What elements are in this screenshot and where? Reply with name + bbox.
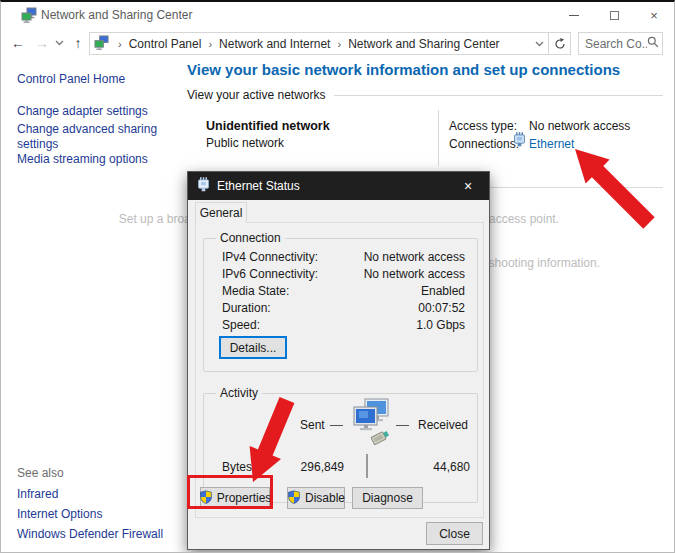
properties-highlight-rectangle [187,475,273,509]
ipv4-row: IPv4 Connectivity: No network access [222,250,465,264]
dialog-close-footer-button[interactable]: Close [426,522,483,545]
network-breadcrumb-icon [94,35,109,53]
connections-label: Connections: [449,137,519,151]
connection-group-label: Connection [216,231,285,245]
history-chevron-icon[interactable] [51,31,67,55]
navigation-toolbar: ← → ↑ › Control Panel › Network and Inte… [1,28,674,58]
diagnose-button-label: Diagnose [362,491,413,505]
dialog-titlebar: Ethernet Status × [188,172,489,200]
see-also-header: See also [17,466,64,480]
sent-label: Sent [300,418,325,432]
breadcrumb-control-panel[interactable]: Control Panel [127,37,204,51]
speed-value: 1.0 Gbps [416,318,465,332]
column-divider [438,110,439,166]
network-name: Unidentified network [206,119,330,133]
ipv6-value: No network access [364,267,465,281]
active-networks-section-header: View your active networks [187,88,663,102]
breadcrumb-network-and-internet[interactable]: Network and Internet [217,37,332,51]
tab-general[interactable]: General [195,202,247,223]
access-type-label: Access type: [449,119,517,133]
arrow-to-ethernet [575,149,655,229]
network-sharing-center-window: Network and Sharing Center × ← → ↑ › [0,0,675,553]
received-dash [396,425,409,426]
ipv4-value: No network access [364,250,465,264]
close-button[interactable]: × [634,2,674,28]
access-type-value: No network access [529,119,630,133]
breadcrumb-separator: › [332,38,346,50]
ethernet-link[interactable]: Ethernet [529,137,574,151]
media-state-value: Enabled [421,284,465,298]
diagnose-button[interactable]: Diagnose [352,487,423,509]
up-button[interactable]: ↑ [67,31,89,55]
maximize-button[interactable] [594,2,634,28]
sidebar-item-windows-defender-firewall[interactable]: Windows Defender Firewall [17,527,163,542]
media-state-row: Media State: Enabled [222,284,465,298]
disable-button[interactable]: Disable [287,487,345,509]
active-networks-label: View your active networks [187,88,326,102]
page-title: View your basic network information and … [187,61,620,78]
ipv6-label: IPv6 Connectivity: [222,267,318,281]
forward-button[interactable]: → [31,31,53,55]
minimize-button[interactable] [554,2,594,28]
ipv6-row: IPv6 Connectivity: No network access [222,267,465,281]
bytes-label: Bytes: [222,460,255,474]
sidebar-item-infrared[interactable]: Infrared [17,487,58,502]
ethernet-plug-icon [198,177,209,195]
speed-label: Speed: [222,318,260,332]
bytes-received-value: 44,680 [410,460,470,474]
general-tab-page: Connection IPv4 Connectivity: No network… [195,222,484,518]
details-button[interactable]: Details... [219,336,287,359]
dialog-close-button[interactable]: × [447,172,489,200]
sidebar-item-internet-options[interactable]: Internet Options [17,507,102,522]
connection-groupbox: Connection IPv4 Connectivity: No network… [203,238,478,372]
section-divider [334,95,663,96]
sidebar-item-change-advanced-sharing[interactable]: Change advanced sharing settings [17,122,177,152]
ipv4-label: IPv4 Connectivity: [222,250,318,264]
activity-group-label: Activity [216,386,262,400]
sidebar-item-control-panel-home[interactable]: Control Panel Home [17,72,125,87]
bytes-separator [366,454,368,478]
window-titlebar: Network and Sharing Center × [1,2,674,28]
back-button[interactable]: ← [7,31,29,55]
search-input[interactable] [585,37,647,51]
sent-dash [330,425,343,426]
minimize-icon [569,15,579,16]
duration-label: Duration: [222,301,271,315]
address-dropdown-chevron-icon[interactable] [530,41,548,47]
bytes-sent-value: 296,849 [284,460,344,474]
media-state-label: Media State: [222,284,289,298]
maximize-icon [610,11,619,20]
breadcrumb-network-sharing-center[interactable]: Network and Sharing Center [346,37,501,51]
sidebar-item-media-streaming-options[interactable]: Media streaming options [17,152,148,167]
network-computers-icon [348,398,392,449]
refresh-button[interactable] [548,33,570,54]
close-icon: × [650,8,658,23]
window-title: Network and Sharing Center [41,8,192,22]
received-label: Received [418,418,468,432]
breadcrumb-separator: › [113,38,127,50]
network-app-icon [21,7,37,26]
uac-shield-icon [287,490,301,507]
search-icon[interactable] [647,36,659,51]
breadcrumb-separator: › [203,38,217,50]
dialog-title: Ethernet Status [217,179,300,193]
duration-row: Duration: 00:07:52 [222,301,465,315]
sidebar-item-change-adapter-settings[interactable]: Change adapter settings [17,104,148,119]
address-bar[interactable]: › Control Panel › Network and Internet ›… [89,32,571,55]
ethernet-plug-icon [514,132,525,150]
speed-row: Speed: 1.0 Gbps [222,318,465,332]
disable-button-label: Disable [305,491,345,505]
duration-value: 00:07:52 [418,301,465,315]
search-box [578,32,663,55]
refresh-icon [554,38,566,50]
network-type: Public network [206,136,284,150]
